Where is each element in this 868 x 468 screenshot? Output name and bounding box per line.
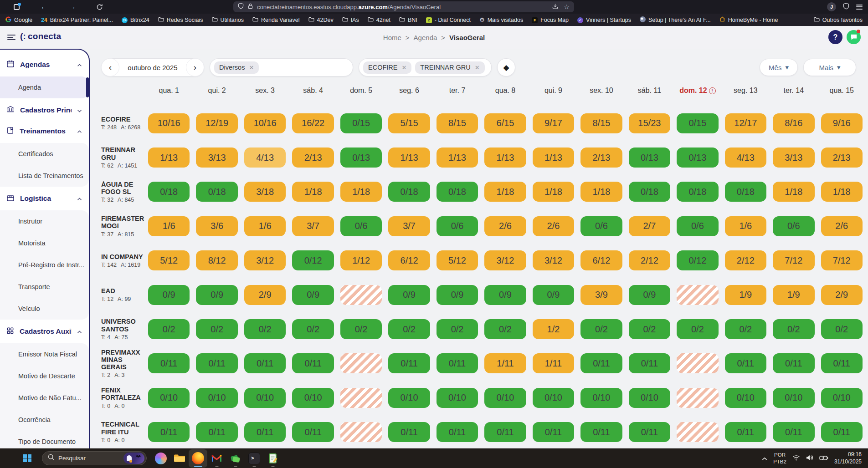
agenda-cell[interactable]: 0/10 [533, 388, 574, 408]
agenda-cell[interactable]: 10/16 [148, 113, 190, 133]
agenda-cell[interactable]: 0/6 [677, 216, 718, 236]
agenda-cell[interactable]: 0/18 [677, 182, 718, 202]
agenda-cell[interactable]: 2/6 [821, 216, 863, 236]
tray-chevron-up-icon[interactable] [762, 454, 767, 463]
breadcrumb-agenda[interactable]: Agenda [414, 34, 437, 41]
gmail-icon[interactable] [207, 449, 226, 468]
agenda-cell[interactable]: 0/11 [292, 353, 334, 373]
sidebar-item-emissor-nota-fiscal[interactable]: Emissor Nota Fiscal [0, 343, 89, 365]
agenda-cell[interactable]: 1/13 [484, 148, 526, 168]
agenda-cell[interactable]: 0/18 [629, 182, 670, 202]
agenda-cell[interactable]: 4/13 [725, 148, 766, 168]
agenda-cell[interactable]: 0/2 [244, 319, 286, 339]
profile-avatar[interactable]: J [827, 2, 836, 11]
bookmark-homebyme-home[interactable]: HomeByMe - Home [719, 16, 778, 23]
agenda-cell[interactable]: 3/6 [196, 216, 237, 236]
agenda-cell[interactable]: 1/13 [388, 148, 430, 168]
agenda-cell[interactable]: 0/2 [148, 319, 190, 339]
agenda-cell[interactable]: 1/18 [580, 182, 622, 202]
green-app-icon[interactable] [226, 449, 245, 468]
bookmark-focus-map[interactable]: FFocus Map [532, 16, 569, 23]
agenda-cell[interactable]: 12/17 [725, 113, 766, 133]
agenda-cell[interactable]: 0/18 [148, 182, 190, 202]
agenda-cell[interactable]: 0/2 [677, 319, 718, 339]
agenda-cell[interactable]: 0/13 [629, 148, 670, 168]
bookmark-bitrix24[interactable]: 24Bitrix24 [122, 16, 149, 23]
sidebar-item-motivo-de-descarte[interactable]: Motivo de Descarte [0, 365, 89, 387]
agenda-cell[interactable]: 7/12 [773, 250, 814, 270]
agenda-cell[interactable]: 1/6 [148, 216, 190, 236]
agenda-cell[interactable]: 6/15 [484, 113, 526, 133]
view-mode-dropdown[interactable]: Mês▾ [760, 59, 798, 76]
agenda-cell[interactable]: 6/12 [580, 250, 622, 270]
agenda-cell[interactable]: 1/6 [725, 216, 766, 236]
agenda-cell[interactable]: 0/10 [580, 388, 622, 408]
language-indicator[interactable]: PORPTB2 [773, 452, 786, 465]
agenda-cell[interactable]: 10/16 [244, 113, 286, 133]
agenda-cell[interactable]: 0/9 [388, 285, 430, 305]
agenda-cell[interactable]: 0/10 [629, 388, 670, 408]
agenda-cell[interactable]: 2/13 [821, 148, 863, 168]
agenda-cell[interactable]: 1/9 [773, 285, 814, 305]
agenda-cell[interactable]: 1/13 [533, 148, 574, 168]
bookmark-google[interactable]: Google [5, 16, 32, 24]
agenda-cell[interactable]: 0/6 [580, 216, 622, 236]
agenda-cell[interactable]: 0/11 [148, 353, 190, 373]
breadcrumb-home[interactable]: Home [383, 34, 401, 41]
search-highlight-image[interactable] [123, 453, 144, 464]
agenda-cell[interactable]: 0/9 [629, 285, 670, 305]
agenda-cell[interactable]: 0/18 [725, 182, 766, 202]
agenda-cell[interactable]: 0/9 [533, 285, 574, 305]
sidebar-item-motivo-de-n-o-fatu[interactable]: Motivo de Não Fatu... [0, 387, 89, 409]
agenda-cell[interactable]: 1/18 [340, 182, 382, 202]
terminal-icon[interactable]: >_ [245, 449, 263, 468]
agenda-cell[interactable]: 3/12 [244, 250, 286, 270]
agenda-cell[interactable]: 2/12 [629, 250, 670, 270]
agenda-cell[interactable]: 0/11 [388, 353, 430, 373]
agenda-cell[interactable]: 0/9 [484, 285, 526, 305]
bookmark-ias[interactable]: IAs [342, 17, 359, 23]
agenda-cell[interactable]: 0/10 [484, 388, 526, 408]
agenda-cell[interactable]: 0/11 [196, 353, 237, 373]
sidebar-item-certificados[interactable]: Certificados [0, 143, 89, 165]
agenda-cell[interactable]: 0/11 [484, 422, 526, 442]
chip-remove-icon[interactable]: ✕ [249, 64, 254, 71]
agenda-cell[interactable]: 0/11 [196, 422, 237, 442]
volume-icon[interactable] [806, 454, 813, 463]
sidebar-section-agendas[interactable]: Agendas [0, 54, 89, 75]
agenda-cell[interactable]: 1/2 [533, 319, 574, 339]
agenda-cell[interactable]: 2/12 [725, 250, 766, 270]
battery-icon[interactable] [819, 454, 828, 463]
agenda-cell[interactable]: 8/15 [580, 113, 622, 133]
agenda-cell[interactable]: 0/10 [437, 388, 478, 408]
agenda-cell[interactable]: 0/6 [437, 216, 478, 236]
agenda-cell[interactable]: 1/18 [533, 182, 574, 202]
agenda-cell[interactable]: 0/2 [196, 319, 237, 339]
agenda-cell[interactable]: 1/11 [484, 353, 526, 373]
agenda-cell[interactable]: 0/10 [773, 388, 814, 408]
agenda-cell[interactable]: 0/2 [388, 319, 430, 339]
notepad-icon[interactable] [263, 449, 282, 468]
back-icon[interactable]: ← [41, 3, 48, 10]
url-bar[interactable]: conectatreinamentos.eastus.cloudapp.azur… [233, 1, 574, 12]
agenda-cell[interactable]: 0/2 [580, 319, 622, 339]
agenda-cell[interactable]: 0/2 [629, 319, 670, 339]
bookmark-other-favorites[interactable]: Outros favoritos [814, 17, 863, 23]
agenda-cell[interactable]: 4/13 [244, 148, 286, 168]
agenda-cell[interactable]: 0/11 [629, 422, 670, 442]
category-filter-input[interactable]: Diversos✕ [210, 58, 353, 76]
agenda-cell[interactable]: 0/18 [437, 182, 478, 202]
browser-menu-icon[interactable] [856, 3, 863, 10]
agenda-cell[interactable]: 0/9 [148, 285, 190, 305]
agenda-cell[interactable]: 1/6 [244, 216, 286, 236]
agenda-cell[interactable]: 8/12 [196, 250, 237, 270]
agenda-cell[interactable]: 0/10 [244, 388, 286, 408]
agenda-cell[interactable]: 0/2 [292, 319, 334, 339]
agenda-cell[interactable]: 0/11 [580, 353, 622, 373]
permissions-shield-icon[interactable] [843, 3, 849, 11]
chat-button[interactable] [847, 30, 861, 44]
agenda-cell[interactable]: 3/7 [292, 216, 334, 236]
agenda-cell[interactable]: 0/2 [773, 319, 814, 339]
agenda-cell[interactable]: 2/9 [244, 285, 286, 305]
chip-remove-icon[interactable]: ✕ [401, 64, 406, 71]
